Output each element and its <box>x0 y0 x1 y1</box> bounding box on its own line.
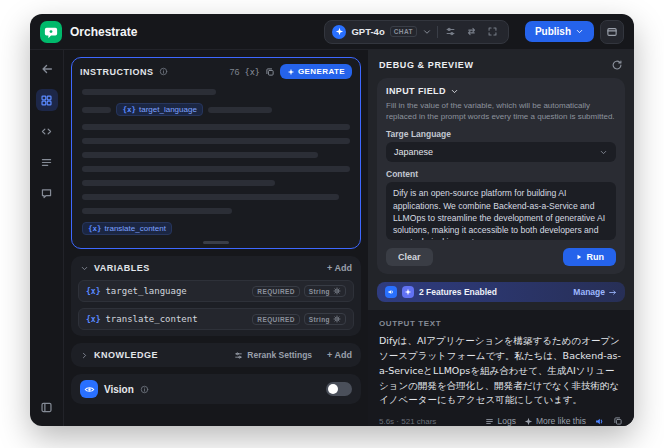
publish-toolbar: Publish <box>525 20 624 44</box>
variables-title: VARIABLES <box>94 263 150 273</box>
text-to-speech-icon <box>385 286 397 298</box>
refresh-icon[interactable] <box>611 59 623 71</box>
skeleton-line <box>82 152 318 158</box>
copy-icon[interactable] <box>265 67 275 77</box>
logs-label: Logs <box>497 416 515 426</box>
preview-window-button[interactable] <box>600 20 624 44</box>
window-icon <box>606 26 618 38</box>
type-label: String <box>309 288 330 295</box>
input-field-header[interactable]: INPUT FIELD <box>386 86 616 96</box>
arrow-right-icon <box>608 288 617 297</box>
variables-card: VARIABLES + Add {x} target_language REQU… <box>71 256 361 336</box>
eye-icon <box>80 380 98 398</box>
required-badge: REQUIRED <box>252 314 300 325</box>
manage-features-button[interactable]: Manage <box>573 287 617 297</box>
braces-icon: {x} <box>86 287 100 296</box>
target-language-select[interactable]: Japanese <box>386 142 616 162</box>
knowledge-title: KNOWLEDGE <box>94 350 158 360</box>
skeleton-line <box>82 180 275 186</box>
model-provider-icon <box>332 25 346 39</box>
publish-label: Publish <box>535 26 571 37</box>
maximize-icon[interactable] <box>485 24 501 40</box>
rerank-label: Rerank Settings <box>247 350 312 360</box>
variable-row[interactable]: {x} translate_content REQUIRED String <box>78 308 354 330</box>
generate-button[interactable]: GENERATE <box>280 64 352 79</box>
swap-icon[interactable] <box>464 24 480 40</box>
run-label: Run <box>587 252 605 262</box>
sparkle-icon <box>287 68 295 76</box>
variable-row[interactable]: {x} target_language REQUIRED String <box>78 280 354 302</box>
braces-icon[interactable]: {x} <box>245 67 260 77</box>
publish-button[interactable]: Publish <box>525 21 594 42</box>
input-field-card: INPUT FIELD Fill in the value of the var… <box>377 78 625 274</box>
target-language-label: Targe Language <box>386 129 616 139</box>
type-badge[interactable]: String <box>304 285 346 297</box>
orchestrate-panel: INSTRUCTIONS 76 {x} GENERATE {x <box>64 50 368 426</box>
toggle-knob <box>328 384 338 394</box>
scroll-indicator[interactable] <box>203 241 229 244</box>
knowledge-header[interactable]: KNOWLEDGE Rerank Settings + Add <box>71 343 361 367</box>
copy-icon[interactable] <box>613 416 623 426</box>
features-label: 2 Features Enabled <box>419 287 497 297</box>
skeleton-line <box>82 89 216 95</box>
left-rail <box>30 50 64 426</box>
divider <box>437 26 438 38</box>
braces-icon: {x} <box>86 315 100 324</box>
logs-list-icon <box>485 417 494 426</box>
output-footer: 5.6s · 521 chars Logs More like this <box>379 416 623 426</box>
back-arrow-icon[interactable] <box>36 58 58 80</box>
instructions-editor[interactable]: {x} target_language {x} <box>72 83 360 248</box>
debug-title: DEBUG & PREVIEW <box>379 60 474 70</box>
type-badge[interactable]: String <box>304 313 346 325</box>
content-textarea[interactable]: Dify is an open-source platform for buil… <box>386 182 616 240</box>
vision-row: Vision <box>71 374 361 404</box>
gear-icon <box>333 315 341 323</box>
vision-card: Vision <box>71 374 361 404</box>
skeleton-line <box>82 208 232 214</box>
api-code-icon[interactable] <box>36 120 58 142</box>
output-title: OUTPUT TEXT <box>379 319 623 328</box>
chevron-right-icon <box>80 351 89 360</box>
clear-button[interactable]: Clear <box>386 248 433 266</box>
model-toolbar: GPT-4o CHAT <box>324 20 508 44</box>
braces-icon: {x} <box>88 224 102 233</box>
rerank-settings-button[interactable]: Rerank Settings <box>234 350 312 360</box>
instructions-panel: INSTRUCTIONS 76 {x} GENERATE {x <box>71 57 361 249</box>
features-bar[interactable]: 2 Features Enabled Manage <box>377 282 625 302</box>
variables-header[interactable]: VARIABLES + Add <box>71 256 361 280</box>
required-badge: REQUIRED <box>252 286 300 297</box>
type-label: String <box>309 316 330 323</box>
skeleton-line <box>82 194 339 200</box>
logs-list-icon[interactable] <box>36 151 58 173</box>
model-selector[interactable]: GPT-4o CHAT <box>324 20 508 44</box>
logs-button[interactable]: Logs <box>485 416 515 426</box>
manage-label: Manage <box>573 287 605 297</box>
app-window: Orchestrate GPT-4o CHAT Publish <box>30 14 634 426</box>
gear-icon <box>333 287 341 295</box>
skeleton-line <box>82 138 350 144</box>
vision-toggle[interactable] <box>326 382 352 396</box>
more-like-this-button[interactable]: More like this <box>524 416 586 426</box>
collapse-sidebar-icon[interactable] <box>36 396 58 418</box>
debug-header: DEBUG & PREVIEW <box>368 50 634 78</box>
input-field-title: INPUT FIELD <box>386 86 446 96</box>
variable-chip[interactable]: {x} translate_content <box>82 222 172 235</box>
play-icon <box>575 253 583 261</box>
output-text: Difyは、AIアプリケーションを構築するためのオープンソースプラットフォームで… <box>379 334 623 408</box>
add-variable-button[interactable]: + Add <box>327 263 352 273</box>
orchestrate-icon[interactable] <box>36 89 58 111</box>
add-knowledge-button[interactable]: + Add <box>327 350 352 360</box>
annotation-icon[interactable] <box>36 182 58 204</box>
sliders-icon[interactable] <box>443 24 459 40</box>
vision-label: Vision <box>104 384 134 395</box>
speaker-icon[interactable] <box>594 416 605 426</box>
variable-chip[interactable]: {x} target_language <box>116 103 202 116</box>
variable-chip-label: translate_content <box>105 224 166 233</box>
run-button[interactable]: Run <box>563 248 617 266</box>
skeleton-line <box>82 107 111 113</box>
variable-chip-label: target_language <box>139 105 197 114</box>
debug-preview-panel: DEBUG & PREVIEW INPUT FIELD Fill in the … <box>368 50 634 426</box>
app-logo[interactable] <box>40 21 62 43</box>
skeleton-line <box>208 107 272 113</box>
model-name: GPT-4o <box>351 26 384 37</box>
